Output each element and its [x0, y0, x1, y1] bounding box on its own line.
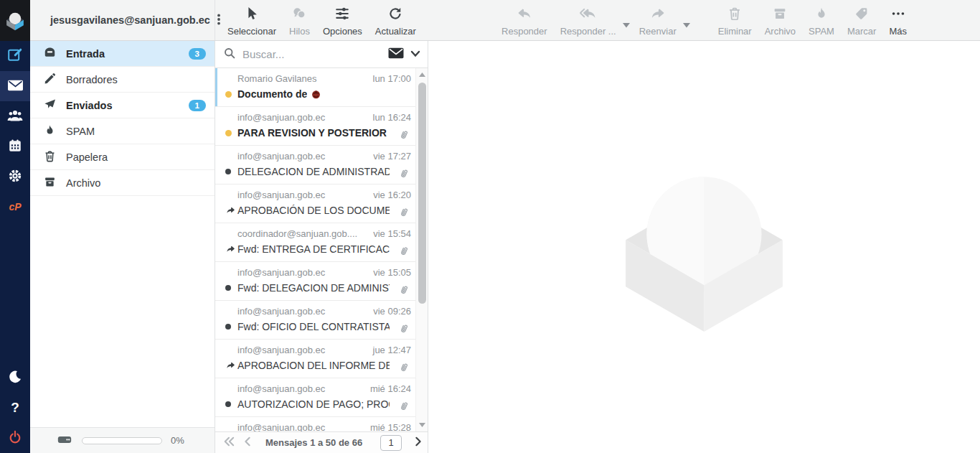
paper-plane-icon — [43, 98, 57, 113]
archive-button[interactable]: Archivo — [758, 3, 802, 38]
quota-percent: 0% — [171, 435, 184, 446]
read-dot-icon[interactable] — [225, 324, 237, 330]
help-button[interactable]: ? — [0, 393, 30, 423]
watermark-logo-icon — [620, 163, 788, 332]
trash-icon — [727, 6, 743, 24]
trash-icon — [43, 149, 57, 165]
read-dot-icon[interactable] — [225, 285, 237, 291]
message-row[interactable]: info@sanjuan.gob.ecvie 09:26 Fwd: OFICIO… — [215, 301, 415, 340]
paperclip-icon — [398, 129, 410, 144]
search-scope-button[interactable] — [387, 46, 405, 62]
paperclip-icon — [398, 207, 410, 222]
message-preview-pane — [428, 41, 980, 453]
search-options-button[interactable] — [410, 49, 420, 60]
message-row[interactable]: info@sanjuan.gob.ecjue 12:47 APROBACION … — [215, 340, 415, 378]
message-sender: info@sanjuan.gob.ec — [237, 383, 325, 394]
folder-item-spam[interactable]: SPAM — [30, 118, 215, 144]
power-icon — [7, 429, 23, 447]
forwarded-icon[interactable] — [225, 244, 237, 254]
cpanel-nav-button[interactable]: cP — [0, 192, 30, 222]
settings-nav-button[interactable] — [0, 162, 30, 192]
scroll-up-icon[interactable] — [416, 69, 428, 80]
message-row[interactable]: info@sanjuan.gob.ecvie 16:20 APROBACIÓN … — [215, 185, 415, 223]
message-row[interactable]: coordinador@sanjuan.gob....vie 15:54 Fwd… — [215, 223, 415, 262]
forward-dropdown-button[interactable] — [683, 11, 693, 30]
pagination-status: Mensajes 1 a 50 de 66 — [265, 437, 362, 448]
folder-item-entrada[interactable]: Entrada 3 — [30, 41, 215, 67]
pointer-icon — [244, 6, 260, 24]
double-chevron-left-icon — [222, 436, 235, 449]
message-row[interactable]: info@sanjuan.gob.eclun 16:24 PARA REVISI… — [215, 107, 415, 146]
message-subject: APROBACIÓN DE LOS DOCUMEN... — [237, 205, 390, 216]
contacts-nav-button[interactable] — [0, 101, 30, 131]
spam-button[interactable]: SPAM — [802, 3, 841, 38]
message-date: vie 15:54 — [373, 228, 411, 239]
sliders-icon — [334, 6, 350, 24]
reply-icon — [516, 6, 533, 24]
more-button[interactable]: Más — [882, 3, 913, 38]
reply-all-dropdown-button[interactable] — [623, 11, 633, 30]
message-row[interactable]: info@sanjuan.gob.ecmié 16:24 AUTORIZACIO… — [215, 378, 415, 417]
forwarded-icon[interactable] — [225, 205, 237, 215]
compose-button[interactable] — [0, 41, 30, 71]
mail-nav-button[interactable] — [0, 71, 30, 101]
read-dot-icon[interactable] — [225, 169, 237, 174]
page-input[interactable] — [380, 435, 402, 451]
delete-button[interactable]: Eliminar — [712, 3, 758, 38]
mark-button[interactable]: Marcar — [841, 3, 882, 38]
message-list-column: Romario Gavilaneslun 17:00 Documento de — [215, 41, 428, 453]
pencil-icon — [43, 72, 57, 88]
dark-mode-button[interactable] — [0, 363, 30, 393]
message-row[interactable]: info@sanjuan.gob.ecmié 15:28 — [215, 417, 415, 431]
message-subject: Fwd: ENTREGA DE CERTIFICACIÓ... — [237, 243, 390, 255]
topbar: jesusgavilanes@sanjuan.gob.ec Selecciona… — [30, 0, 980, 41]
search-input[interactable] — [242, 48, 382, 60]
folder-item-borradores[interactable]: Borradores — [30, 67, 215, 93]
cpanel-icon: cP — [9, 201, 21, 213]
forwarded-icon[interactable] — [225, 360, 237, 370]
first-page-button[interactable] — [222, 436, 235, 449]
pagination-bar: Mensajes 1 a 50 de 66 — [215, 431, 428, 453]
message-row[interactable]: info@sanjuan.gob.ecvie 17:27 DELEGACION … — [215, 146, 415, 185]
scrollbar-thumb[interactable] — [418, 83, 426, 304]
quota-bar: 0% — [30, 427, 215, 453]
folder-item-papelera[interactable]: Papelera — [30, 144, 215, 170]
threads-button[interactable]: Hilos — [283, 3, 316, 38]
message-row[interactable]: info@sanjuan.gob.ecvie 15:05 Fwd: DELEGA… — [215, 262, 415, 301]
folder-item-archivo[interactable]: Archivo — [30, 170, 215, 196]
paperclip-icon — [398, 362, 410, 377]
reply-all-button[interactable]: Responder ... — [554, 3, 623, 38]
read-dot-icon[interactable] — [225, 401, 237, 407]
envelope-icon — [387, 46, 405, 62]
account-email: jesusgavilanes@sanjuan.gob.ec — [50, 14, 210, 26]
unread-dot-icon[interactable] — [225, 91, 237, 98]
message-row[interactable]: Romario Gavilaneslun 17:00 Documento de — [215, 68, 415, 107]
previous-page-button[interactable] — [243, 436, 252, 449]
message-sender: info@sanjuan.gob.ec — [237, 190, 325, 200]
ellipsis-icon — [890, 6, 906, 24]
caret-down-icon — [623, 19, 630, 30]
folder-item-enviados[interactable]: Enviados 1 — [30, 93, 215, 118]
scroll-down-icon[interactable] — [416, 419, 428, 431]
reply-button[interactable]: Responder — [495, 3, 554, 38]
logout-button[interactable] — [0, 423, 30, 453]
message-date: lun 17:00 — [373, 73, 412, 84]
refresh-button[interactable]: Actualizar — [369, 3, 423, 38]
next-page-button[interactable] — [414, 436, 423, 449]
message-sender: info@sanjuan.gob.ec — [237, 151, 325, 162]
unread-dot-icon[interactable] — [225, 130, 237, 136]
message-sender: Romario Gavilanes — [237, 73, 317, 84]
calendar-nav-button[interactable] — [0, 131, 30, 162]
chevron-left-icon — [243, 436, 252, 449]
message-subject: APROBACION DEL INFORME DE ... — [237, 360, 390, 371]
body-row: Entrada 3 Borradores En — [30, 41, 980, 453]
paperclip-icon — [398, 284, 410, 299]
unread-badge: 1 — [189, 100, 206, 111]
select-button[interactable]: Seleccionar — [221, 3, 283, 38]
message-subject: Fwd: DELEGACION DE ADMINIST... — [237, 282, 390, 294]
message-subject: AUTORIZACION DE PAGO; PROCE... — [237, 398, 390, 410]
forward-button[interactable]: Reenviar — [633, 3, 683, 38]
scrollbar[interactable] — [415, 68, 428, 431]
app-logo[interactable] — [0, 0, 30, 41]
options-button[interactable]: Opciones — [316, 3, 369, 38]
